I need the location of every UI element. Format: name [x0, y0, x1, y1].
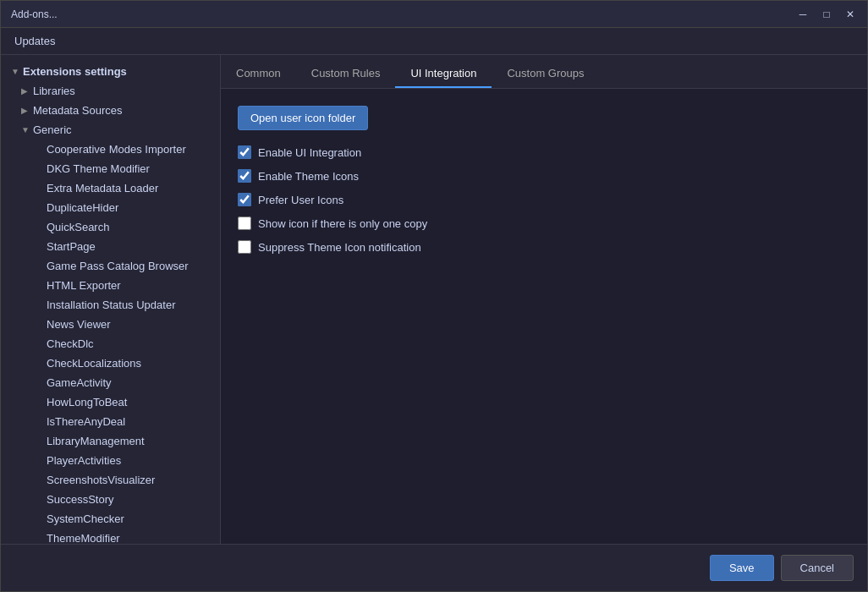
sidebar-item-html-exporter[interactable]: HTML Exporter [1, 276, 220, 295]
sidebar-item-start-page[interactable]: StartPage [1, 237, 220, 256]
sidebar-item-label-is-there-any-deal: IsThereAnyDeal [47, 415, 125, 428]
checkbox-label-prefer-user-icons[interactable]: Prefer User Icons [258, 194, 343, 206]
sidebar-item-label-game-activity: GameActivity [47, 376, 112, 389]
tab-ui-integration[interactable]: UI Integration [395, 60, 492, 88]
sidebar-item-label-screenshots-visualizer: ScreenshotsVisualizer [47, 474, 155, 486]
arrow-icon-extensions-settings: ▼ [11, 67, 19, 76]
sidebar-item-generic[interactable]: ▼Generic [1, 120, 220, 140]
cancel-button[interactable]: Cancel [781, 555, 854, 581]
checkbox-label-suppress-theme-icon-notification[interactable]: Suppress Theme Icon notification [258, 241, 421, 254]
sidebar-item-label-library-management: LibraryManagement [47, 435, 145, 447]
save-button[interactable]: Save [710, 555, 774, 581]
sidebar-item-game-pass-catalog-browser[interactable]: Game Pass Catalog Browser [1, 256, 220, 276]
checkbox-prefer-user-icons[interactable] [238, 193, 251, 206]
tab-common[interactable]: Common [221, 60, 296, 88]
sidebar-item-how-long-to-beat[interactable]: HowLongToBeat [1, 392, 220, 412]
sidebar-item-label-check-localizations: CheckLocalizations [47, 357, 141, 370]
window-title: Add-ons... [11, 8, 58, 20]
sidebar-item-library-management[interactable]: LibraryManagement [1, 431, 220, 451]
sidebar: ▼Extensions settings▶Libraries▶Metadata … [1, 55, 221, 544]
checkboxes-container: Enable UI IntegrationEnable Theme IconsP… [238, 144, 850, 255]
sidebar-item-game-activity[interactable]: GameActivity [1, 373, 220, 392]
arrow-icon-metadata-sources: ▶ [21, 106, 30, 115]
tab-custom-rules[interactable]: Custom Rules [296, 60, 396, 88]
checkbox-enable-theme-icons[interactable] [238, 169, 251, 183]
sidebar-item-label-news-viewer: News Viewer [47, 318, 111, 331]
sidebar-item-label-generic: Generic [33, 123, 72, 136]
sidebar-item-cooperative-modes-importer[interactable]: Cooperative Modes Importer [1, 140, 220, 159]
sidebar-item-label-dkg-theme-modifier: DKG Theme Modifier [47, 162, 150, 175]
tabs-bar: CommonCustom RulesUI IntegrationCustom G… [221, 55, 867, 89]
sidebar-item-label-extensions-settings: Extensions settings [23, 65, 127, 78]
sidebar-item-label-how-long-to-beat: HowLongToBeat [47, 396, 127, 408]
tab-custom-groups[interactable]: Custom Groups [492, 60, 599, 88]
checkbox-row-enable-theme-icons: Enable Theme Icons [238, 167, 850, 184]
window-controls: ─ □ ✕ [793, 6, 860, 23]
sidebar-item-extensions-settings[interactable]: ▼Extensions settings [1, 62, 220, 81]
checkbox-label-show-icon-one-copy[interactable]: Show icon if there is only one copy [258, 217, 427, 230]
checkbox-row-suppress-theme-icon-notification: Suppress Theme Icon notification [238, 238, 850, 255]
arrow-icon-generic: ▼ [21, 125, 30, 134]
checkbox-label-enable-ui-integration[interactable]: Enable UI Integration [258, 146, 361, 159]
sidebar-item-label-check-dlc: CheckDlc [47, 337, 94, 350]
footer: Save Cancel [1, 544, 867, 591]
open-user-icon-folder-button[interactable]: Open user icon folder [238, 106, 368, 130]
checkbox-enable-ui-integration[interactable] [238, 145, 251, 159]
sidebar-item-label-installation-status-updater: Installation Status Updater [47, 299, 175, 311]
close-button[interactable]: ✕ [840, 6, 860, 23]
checkbox-row-prefer-user-icons: Prefer User Icons [238, 191, 850, 208]
sidebar-item-label-theme-modifier: ThemeModifier [47, 532, 120, 544]
right-panel: CommonCustom RulesUI IntegrationCustom G… [221, 55, 867, 544]
updates-label: Updates [14, 35, 55, 47]
checkbox-show-icon-one-copy[interactable] [238, 217, 251, 230]
sidebar-item-metadata-sources[interactable]: ▶Metadata Sources [1, 101, 220, 120]
sidebar-item-label-duplicate-hider: DuplicateHider [47, 201, 118, 214]
sidebar-item-system-checker[interactable]: SystemChecker [1, 509, 220, 529]
checkbox-row-enable-ui-integration: Enable UI Integration [238, 144, 850, 161]
updates-bar: Updates [1, 28, 867, 55]
sidebar-item-label-quick-search: QuickSearch [47, 221, 109, 233]
sidebar-item-label-cooperative-modes-importer: Cooperative Modes Importer [47, 143, 186, 156]
sidebar-item-label-html-exporter: HTML Exporter [47, 279, 121, 292]
sidebar-item-label-game-pass-catalog-browser: Game Pass Catalog Browser [47, 260, 189, 272]
sidebar-item-label-success-story: SuccessStory [47, 493, 113, 506]
sidebar-item-screenshots-visualizer[interactable]: ScreenshotsVisualizer [1, 470, 220, 490]
sidebar-item-news-viewer[interactable]: News Viewer [1, 315, 220, 334]
sidebar-item-label-start-page: StartPage [47, 240, 96, 253]
sidebar-item-label-libraries: Libraries [33, 85, 75, 97]
main-layout: Updates ▼Extensions settings▶Libraries▶M… [1, 28, 867, 591]
arrow-icon-libraries: ▶ [21, 86, 30, 96]
content-area: ▼Extensions settings▶Libraries▶Metadata … [1, 55, 867, 544]
sidebar-item-is-there-any-deal[interactable]: IsThereAnyDeal [1, 412, 220, 431]
checkbox-row-show-icon-one-copy: Show icon if there is only one copy [238, 215, 850, 232]
minimize-button[interactable]: ─ [793, 6, 813, 23]
sidebar-item-theme-modifier[interactable]: ThemeModifier [1, 529, 220, 544]
checkbox-label-enable-theme-icons[interactable]: Enable Theme Icons [258, 170, 359, 183]
sidebar-item-duplicate-hider[interactable]: DuplicateHider [1, 198, 220, 217]
sidebar-item-quick-search[interactable]: QuickSearch [1, 217, 220, 237]
sidebar-item-installation-status-updater[interactable]: Installation Status Updater [1, 295, 220, 315]
sidebar-item-label-metadata-sources: Metadata Sources [33, 104, 123, 117]
sidebar-item-label-player-activities: PlayerActivities [47, 454, 121, 467]
sidebar-item-success-story[interactable]: SuccessStory [1, 490, 220, 509]
sidebar-item-label-system-checker: SystemChecker [47, 513, 124, 525]
sidebar-item-label-extra-metadata-loader: Extra Metadata Loader [47, 182, 158, 195]
tab-content-ui-integration: Open user icon folder Enable UI Integrat… [221, 89, 867, 544]
sidebar-item-extra-metadata-loader[interactable]: Extra Metadata Loader [1, 178, 220, 198]
sidebar-item-player-activities[interactable]: PlayerActivities [1, 451, 220, 470]
sidebar-item-dkg-theme-modifier[interactable]: DKG Theme Modifier [1, 159, 220, 178]
titlebar: Add-ons... ─ □ ✕ [1, 1, 867, 28]
sidebar-item-libraries[interactable]: ▶Libraries [1, 81, 220, 101]
sidebar-item-check-localizations[interactable]: CheckLocalizations [1, 354, 220, 373]
main-window: Add-ons... ─ □ ✕ Updates ▼Extensions set… [0, 0, 868, 592]
sidebar-item-check-dlc[interactable]: CheckDlc [1, 334, 220, 354]
checkbox-suppress-theme-icon-notification[interactable] [238, 240, 251, 254]
restore-button[interactable]: □ [816, 6, 837, 23]
